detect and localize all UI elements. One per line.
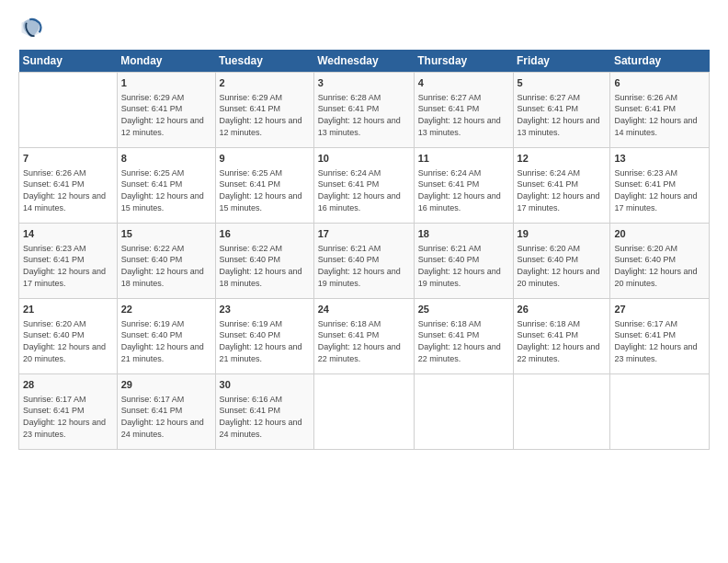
calendar-cell: 5Sunrise: 6:27 AMSunset: 6:41 PMDaylight… xyxy=(513,73,610,148)
calendar-cell: 7Sunrise: 6:26 AMSunset: 6:41 PMDaylight… xyxy=(19,148,118,224)
calendar-cell: 30Sunrise: 6:16 AMSunset: 6:41 PMDayligh… xyxy=(215,374,313,450)
calendar-cell: 22Sunrise: 6:19 AMSunset: 6:40 PMDayligh… xyxy=(117,299,215,374)
day-number: 4 xyxy=(418,76,509,90)
calendar-cell xyxy=(414,374,513,450)
day-number: 10 xyxy=(318,152,410,166)
day-info: Sunrise: 6:26 AMSunset: 6:41 PMDaylight:… xyxy=(614,92,705,138)
calendar-cell: 2Sunrise: 6:29 AMSunset: 6:41 PMDaylight… xyxy=(215,73,313,148)
calendar-week-1: 1Sunrise: 6:29 AMSunset: 6:41 PMDaylight… xyxy=(19,73,710,148)
day-info: Sunrise: 6:24 AMSunset: 6:41 PMDaylight:… xyxy=(418,167,509,213)
day-info: Sunrise: 6:27 AMSunset: 6:41 PMDaylight:… xyxy=(518,92,607,138)
day-number: 9 xyxy=(220,152,310,166)
day-info: Sunrise: 6:17 AMSunset: 6:41 PMDaylight:… xyxy=(121,394,211,440)
logo xyxy=(18,15,46,40)
calendar-cell xyxy=(313,374,414,450)
weekday-header-sunday: Sunday xyxy=(19,50,118,73)
logo-icon xyxy=(18,15,44,40)
day-info: Sunrise: 6:22 AMSunset: 6:40 PMDaylight:… xyxy=(220,243,310,289)
day-info: Sunrise: 6:18 AMSunset: 6:41 PMDaylight:… xyxy=(318,318,410,364)
weekday-header-friday: Friday xyxy=(513,50,610,73)
day-number: 8 xyxy=(121,152,211,166)
day-number: 7 xyxy=(23,152,113,166)
calendar-cell: 16Sunrise: 6:22 AMSunset: 6:40 PMDayligh… xyxy=(215,224,313,299)
calendar-cell: 27Sunrise: 6:17 AMSunset: 6:41 PMDayligh… xyxy=(610,299,710,374)
day-info: Sunrise: 6:24 AMSunset: 6:41 PMDaylight:… xyxy=(518,167,607,213)
calendar-cell xyxy=(513,374,610,450)
calendar-week-2: 7Sunrise: 6:26 AMSunset: 6:41 PMDaylight… xyxy=(19,148,710,224)
calendar-cell: 3Sunrise: 6:28 AMSunset: 6:41 PMDaylight… xyxy=(313,73,414,148)
day-number: 18 xyxy=(418,227,509,241)
weekday-header-thursday: Thursday xyxy=(414,50,513,73)
calendar-cell: 1Sunrise: 6:29 AMSunset: 6:41 PMDaylight… xyxy=(117,73,215,148)
day-number: 11 xyxy=(418,152,509,166)
calendar-cell: 12Sunrise: 6:24 AMSunset: 6:41 PMDayligh… xyxy=(513,148,610,224)
calendar-cell: 8Sunrise: 6:25 AMSunset: 6:41 PMDaylight… xyxy=(117,148,215,224)
day-number: 1 xyxy=(121,76,211,90)
weekday-header-wednesday: Wednesday xyxy=(313,50,414,73)
day-info: Sunrise: 6:17 AMSunset: 6:41 PMDaylight:… xyxy=(23,394,113,440)
day-info: Sunrise: 6:21 AMSunset: 6:40 PMDaylight:… xyxy=(318,243,410,289)
calendar-cell: 24Sunrise: 6:18 AMSunset: 6:41 PMDayligh… xyxy=(313,299,414,374)
day-info: Sunrise: 6:16 AMSunset: 6:41 PMDaylight:… xyxy=(220,394,310,440)
day-number: 21 xyxy=(23,303,113,316)
day-info: Sunrise: 6:18 AMSunset: 6:41 PMDaylight:… xyxy=(418,318,509,364)
calendar-week-5: 28Sunrise: 6:17 AMSunset: 6:41 PMDayligh… xyxy=(19,374,710,450)
day-number: 24 xyxy=(318,303,410,316)
calendar-week-4: 21Sunrise: 6:20 AMSunset: 6:40 PMDayligh… xyxy=(19,299,710,374)
day-info: Sunrise: 6:24 AMSunset: 6:41 PMDaylight:… xyxy=(318,167,410,213)
day-info: Sunrise: 6:25 AMSunset: 6:41 PMDaylight:… xyxy=(121,167,211,213)
day-info: Sunrise: 6:23 AMSunset: 6:41 PMDaylight:… xyxy=(23,243,113,289)
calendar-cell: 6Sunrise: 6:26 AMSunset: 6:41 PMDaylight… xyxy=(610,73,710,148)
day-info: Sunrise: 6:28 AMSunset: 6:41 PMDaylight:… xyxy=(318,92,410,138)
day-info: Sunrise: 6:29 AMSunset: 6:41 PMDaylight:… xyxy=(121,92,211,138)
day-number: 25 xyxy=(418,303,509,316)
day-number: 6 xyxy=(614,76,705,90)
day-info: Sunrise: 6:17 AMSunset: 6:41 PMDaylight:… xyxy=(614,318,705,364)
day-number: 30 xyxy=(220,378,310,392)
day-info: Sunrise: 6:20 AMSunset: 6:40 PMDaylight:… xyxy=(518,243,607,289)
calendar-cell: 29Sunrise: 6:17 AMSunset: 6:41 PMDayligh… xyxy=(117,374,215,450)
day-number: 28 xyxy=(23,378,113,392)
calendar-cell: 25Sunrise: 6:18 AMSunset: 6:41 PMDayligh… xyxy=(414,299,513,374)
day-number: 26 xyxy=(518,303,607,316)
calendar-table: SundayMondayTuesdayWednesdayThursdayFrid… xyxy=(18,50,710,450)
calendar-cell: 28Sunrise: 6:17 AMSunset: 6:41 PMDayligh… xyxy=(19,374,118,450)
day-info: Sunrise: 6:29 AMSunset: 6:41 PMDaylight:… xyxy=(220,92,310,138)
calendar-cell xyxy=(19,73,118,148)
calendar-cell: 23Sunrise: 6:19 AMSunset: 6:40 PMDayligh… xyxy=(215,299,313,374)
day-number: 14 xyxy=(23,227,113,241)
calendar-cell: 11Sunrise: 6:24 AMSunset: 6:41 PMDayligh… xyxy=(414,148,513,224)
day-number: 23 xyxy=(220,303,310,316)
weekday-header-tuesday: Tuesday xyxy=(215,50,313,73)
day-info: Sunrise: 6:26 AMSunset: 6:41 PMDaylight:… xyxy=(23,167,113,213)
weekday-header-row: SundayMondayTuesdayWednesdayThursdayFrid… xyxy=(19,50,710,73)
calendar-cell: 4Sunrise: 6:27 AMSunset: 6:41 PMDaylight… xyxy=(414,73,513,148)
day-number: 12 xyxy=(518,152,607,166)
day-info: Sunrise: 6:25 AMSunset: 6:41 PMDaylight:… xyxy=(220,167,310,213)
day-number: 20 xyxy=(614,227,705,241)
calendar-cell: 20Sunrise: 6:20 AMSunset: 6:40 PMDayligh… xyxy=(610,224,710,299)
day-number: 5 xyxy=(518,76,607,90)
day-number: 19 xyxy=(518,227,607,241)
calendar-cell: 15Sunrise: 6:22 AMSunset: 6:40 PMDayligh… xyxy=(117,224,215,299)
calendar-cell: 17Sunrise: 6:21 AMSunset: 6:40 PMDayligh… xyxy=(313,224,414,299)
calendar-cell: 9Sunrise: 6:25 AMSunset: 6:41 PMDaylight… xyxy=(215,148,313,224)
day-info: Sunrise: 6:21 AMSunset: 6:40 PMDaylight:… xyxy=(418,243,509,289)
page: SundayMondayTuesdayWednesdayThursdayFrid… xyxy=(0,0,728,563)
day-number: 22 xyxy=(121,303,211,316)
day-info: Sunrise: 6:23 AMSunset: 6:41 PMDaylight:… xyxy=(614,167,705,213)
day-number: 15 xyxy=(121,227,211,241)
calendar-cell: 21Sunrise: 6:20 AMSunset: 6:40 PMDayligh… xyxy=(19,299,118,374)
day-number: 3 xyxy=(318,76,410,90)
weekday-header-monday: Monday xyxy=(117,50,215,73)
day-number: 2 xyxy=(220,76,310,90)
day-info: Sunrise: 6:22 AMSunset: 6:40 PMDaylight:… xyxy=(121,243,211,289)
weekday-header-saturday: Saturday xyxy=(610,50,710,73)
calendar-cell: 19Sunrise: 6:20 AMSunset: 6:40 PMDayligh… xyxy=(513,224,610,299)
day-info: Sunrise: 6:19 AMSunset: 6:40 PMDaylight:… xyxy=(121,318,211,364)
day-number: 13 xyxy=(614,152,705,166)
calendar-cell: 18Sunrise: 6:21 AMSunset: 6:40 PMDayligh… xyxy=(414,224,513,299)
calendar-week-3: 14Sunrise: 6:23 AMSunset: 6:41 PMDayligh… xyxy=(19,224,710,299)
day-info: Sunrise: 6:27 AMSunset: 6:41 PMDaylight:… xyxy=(418,92,509,138)
day-info: Sunrise: 6:18 AMSunset: 6:41 PMDaylight:… xyxy=(518,318,607,364)
